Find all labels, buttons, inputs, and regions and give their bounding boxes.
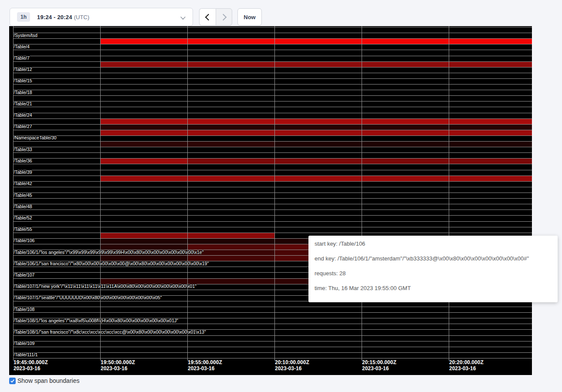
- span-label: /Table/24: [14, 112, 32, 118]
- time-range-selector[interactable]: 1h 19:24 - 20:24 (UTC): [10, 8, 193, 26]
- span-boundary-line: [13, 50, 532, 50]
- span-label: /Table/108: [14, 307, 34, 312]
- hover-tooltip: start key: /Table/106 end key: /Table/10…: [308, 236, 558, 302]
- prev-time-button[interactable]: [199, 8, 216, 26]
- span-boundary-line: [13, 164, 532, 164]
- span-boundary-line: [13, 233, 532, 233]
- time-nav-group: [199, 8, 232, 26]
- span-label: /System/tsd: [14, 33, 37, 38]
- span-boundary-line: [13, 152, 532, 153]
- tooltip-time: time: Thu, 16 Mar 2023 19:55:00 GMT: [315, 281, 552, 296]
- span-boundary-line: [13, 113, 532, 113]
- span-boundary-line: [13, 347, 532, 347]
- span-boundary-line: [13, 307, 532, 307]
- x-axis-time: 20:15:00.000Z: [362, 359, 396, 365]
- span-boundary-line: [13, 204, 532, 204]
- span-boundary-line: [13, 215, 532, 216]
- span-label: /Table/15: [14, 78, 32, 84]
- span-boundary-line: [13, 352, 532, 353]
- span-boundary-line: [13, 44, 532, 44]
- x-axis-time: 20:20:00.000Z: [449, 359, 484, 365]
- time-bucket-line: [187, 26, 188, 361]
- show-span-boundaries-label: Show span boundaries: [17, 377, 79, 384]
- x-axis-label: 19:50:00.000Z2023-03-16: [101, 359, 135, 372]
- span-boundary-line: [13, 78, 532, 79]
- x-axis-time: 19:45:00.000Z: [14, 359, 48, 365]
- span-boundary-line: [13, 158, 532, 159]
- heat-band: [100, 176, 532, 181]
- span-label: /Table/109: [14, 341, 34, 346]
- span-label: /Table/55: [14, 226, 32, 232]
- span-boundary-line: [13, 107, 532, 107]
- span-label: /Table/7: [14, 55, 30, 61]
- span-label: /NamespaceTable/30: [14, 135, 57, 141]
- span-boundary-line: [13, 118, 532, 119]
- span-boundary-line: [13, 198, 532, 199]
- x-axis-date: 2023-03-16: [275, 365, 309, 372]
- heat-band: [100, 119, 532, 124]
- span-label: /Table/106: [14, 238, 34, 243]
- span-boundary-line: [13, 27, 532, 27]
- span-boundary-line: [13, 147, 532, 147]
- span-label: /Table/45: [14, 193, 32, 198]
- span-boundary-line: [13, 341, 532, 341]
- x-axis-date: 2023-03-16: [188, 365, 222, 372]
- tooltip-requests: requests: 28: [315, 266, 552, 281]
- span-label: /Table/106/1/"san francisco"/"\x80\x00\x…: [14, 261, 209, 267]
- tooltip-start-key: start key: /Table/106: [315, 237, 552, 251]
- x-axis-time: 20:10:00.000Z: [275, 359, 309, 365]
- span-label: /Table/42: [14, 181, 32, 186]
- span-boundary-line: [13, 38, 532, 39]
- span-boundary-line: [13, 210, 532, 210]
- span-label: /Table/111/1: [14, 352, 38, 358]
- x-axis-date: 2023-03-16: [101, 365, 135, 372]
- x-axis-date: 2023-03-16: [449, 365, 484, 372]
- span-boundary-line: [13, 227, 532, 227]
- span-label: /Table/106/1/"los angeles"/"\x99\x99\x99…: [14, 250, 203, 255]
- time-bucket-line: [100, 26, 101, 361]
- time-range-value: 19:24 - 20:24: [37, 14, 72, 20]
- now-button[interactable]: Now: [237, 8, 262, 26]
- tooltip-end-key: end key: /Table/106/1/"amsterdam"/"\xb33…: [315, 251, 552, 266]
- span-label: /Table/48: [14, 204, 32, 210]
- span-label: /Table/107: [14, 272, 34, 278]
- span-label: /Table/108/1/"los angeles"/"\xa8\xf5\u00…: [14, 318, 178, 324]
- span-label: /Table/52: [14, 215, 32, 221]
- chevron-down-icon: [180, 14, 185, 19]
- heat-band: [187, 256, 274, 261]
- span-boundary-line: [13, 193, 532, 193]
- heat-band: [274, 142, 532, 147]
- span-boundary-line: [13, 176, 532, 176]
- x-axis-label: 19:45:00.000Z2023-03-16: [14, 359, 48, 372]
- span-label: /Table/107/1/"seattle"/"UUUUUUD\x00\x80\…: [14, 295, 162, 301]
- heat-band: [100, 159, 187, 164]
- span-label: /Table/27: [14, 124, 32, 129]
- span-label: /Table/39: [14, 169, 32, 175]
- heat-band: [187, 159, 532, 164]
- time-bucket-line: [274, 26, 275, 361]
- span-boundary-line: [13, 335, 532, 336]
- span-boundary-line: [13, 67, 532, 68]
- span-boundary-line: [13, 73, 532, 73]
- span-label: /Table/36: [14, 158, 32, 164]
- key-visualizer-canvas[interactable]: /System/tsd/Table/4/Table/7/Table/12/Tab…: [9, 26, 532, 375]
- span-boundary-line: [13, 170, 532, 170]
- span-boundary-line: [13, 56, 532, 56]
- span-boundary-line: [13, 312, 532, 313]
- timezone-label: (UTC): [74, 14, 89, 20]
- span-boundary-line: [13, 84, 532, 84]
- span-boundary-line: [13, 358, 532, 358]
- show-span-boundaries-checkbox[interactable]: [9, 378, 16, 384]
- span-label: /Table/12: [14, 67, 32, 72]
- span-label: /Table/18: [14, 90, 32, 95]
- span-label: /Table/33: [14, 147, 32, 152]
- heat-band: [187, 244, 274, 250]
- x-axis-date: 2023-03-16: [14, 365, 48, 372]
- time-bucket-line: [362, 26, 362, 361]
- next-time-button[interactable]: [216, 8, 232, 26]
- x-axis-time: 19:50:00.000Z: [101, 359, 135, 365]
- span-boundary-line: [13, 90, 532, 90]
- chevron-right-icon: [220, 14, 227, 20]
- duration-badge: 1h: [17, 12, 30, 22]
- span-boundary-line: [13, 181, 532, 182]
